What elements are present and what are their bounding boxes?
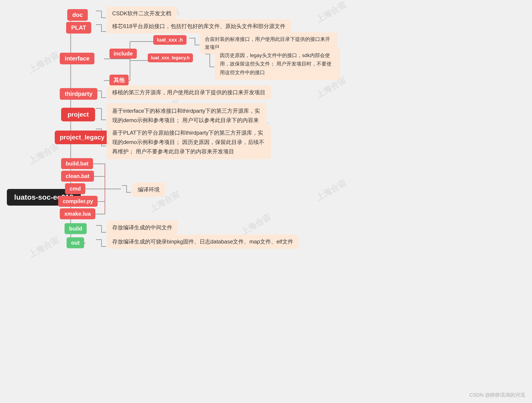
mindmap-diagram: luatos-soc-ec618 doc CSDK软件二次开发文档 PLAT 移… (0, 0, 532, 403)
node-build-bat: build.bat (61, 158, 93, 169)
node-luat-xxx-legacy: luat_xxx_legacy.h (148, 53, 193, 62)
desc-compile-env: 编译环境 (132, 182, 165, 197)
desc-project-legacy: 基于PLAT下的平台原始接口和thirdparty下的第三方开源库，实现的dem… (107, 125, 271, 159)
node-cmd: cmd (65, 183, 85, 194)
desc-plat: 移芯618平台原始接口，包括打包好的库文件、原始头文件和部分源文件 (107, 19, 291, 33)
node-clean-bat: clean.bat (61, 171, 94, 182)
desc-doc: CSDK软件二次开发文档 (107, 6, 177, 20)
desc-build: 存放编译生成的中间文件 (107, 221, 178, 234)
desc-thirdparty: 移植的第三方开源库，用户使用此目录下提供的接口来开发项目 (107, 85, 271, 99)
node-interface: interface (60, 53, 95, 64)
node-project: project (61, 108, 95, 121)
node-other: 其他 (109, 75, 129, 85)
node-plat: PLAT (66, 22, 91, 33)
node-build: build (64, 223, 87, 234)
node-luat-xxx-h: luat_xxx .h (153, 35, 187, 45)
node-doc: doc (67, 9, 88, 21)
desc-out: 存放编译生成的可烧录binpkg固件、日志database文件、map文件、el… (107, 234, 299, 249)
desc-luat-xxx-legacy: 因历史原因，legay头文件中的接口，sdk内部会使用，故保留这些头文件； 用户… (215, 48, 340, 80)
node-out: out (67, 237, 84, 248)
node-include: include (109, 49, 137, 59)
node-compiler-py: compiler.py (58, 196, 98, 207)
node-xmake-lua: xmake.lua (60, 208, 95, 219)
node-project-legacy: project_legacy (55, 130, 109, 144)
node-thirdparty: thirdparty (60, 88, 97, 100)
